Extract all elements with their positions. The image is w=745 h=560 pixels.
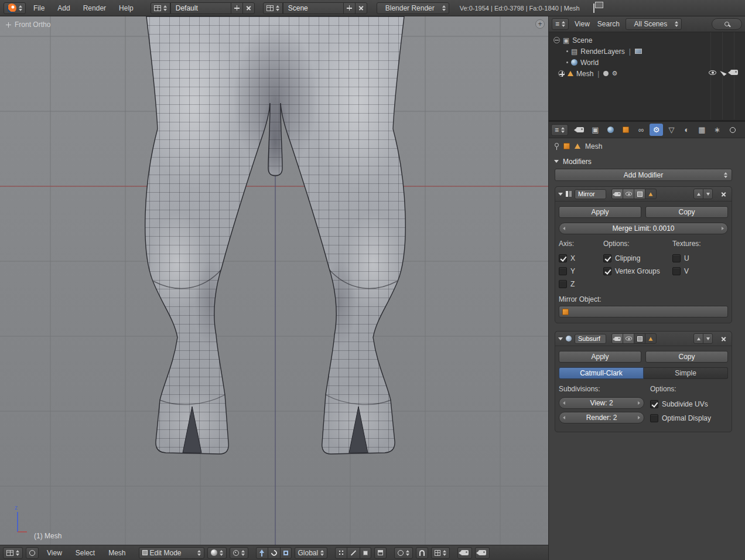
subdivide-uvs-checkbox-row[interactable]: Subdivide UVs xyxy=(650,397,728,411)
delete-modifier-button[interactable] xyxy=(718,189,729,199)
opengl-render-button[interactable] xyxy=(457,547,472,559)
tab-constraints[interactable]: ∞ xyxy=(634,124,648,136)
move-down-button[interactable] xyxy=(703,333,713,344)
subdivide-uvs-checkbox[interactable] xyxy=(650,400,658,408)
modifiers-panel-header[interactable]: Modifiers xyxy=(549,154,745,169)
outliner-item-mesh[interactable]: Mesh | ⚙ xyxy=(549,68,745,79)
menu-file[interactable]: File xyxy=(28,4,50,12)
simple-button[interactable]: Simple xyxy=(644,367,728,379)
tab-particles[interactable]: ∗ xyxy=(710,124,724,136)
render-toggle-button[interactable] xyxy=(611,333,623,344)
apply-button[interactable]: Apply xyxy=(559,206,641,218)
menu-view[interactable]: View xyxy=(42,549,67,557)
scene-delete-button[interactable] xyxy=(355,2,367,14)
menu-mesh[interactable]: Mesh xyxy=(103,549,131,557)
apply-button[interactable]: Apply xyxy=(559,351,641,363)
scene-add-button[interactable] xyxy=(343,2,356,14)
outliner-item-renderlayers[interactable]: ▤ RenderLayers | xyxy=(549,46,745,57)
properties-editor-type-button[interactable]: ≡ xyxy=(551,124,568,136)
pivot-center-dropdown[interactable] xyxy=(230,547,248,559)
new-window-button[interactable] xyxy=(592,4,594,12)
visibility-eye-icon[interactable] xyxy=(709,70,716,75)
render-subdivisions-field[interactable]: Render: 2 xyxy=(559,412,644,424)
clipping-checkbox[interactable] xyxy=(603,254,611,262)
outliner-search-field[interactable] xyxy=(712,18,742,30)
vertex-groups-checkbox[interactable] xyxy=(603,267,611,275)
collapse-toggle-icon[interactable] xyxy=(553,37,560,43)
tab-material[interactable]: ◐ xyxy=(680,124,693,136)
viewport-visibility-toggle-button[interactable] xyxy=(623,333,634,344)
texture-v-checkbox[interactable] xyxy=(672,267,681,275)
render-toggle-button[interactable] xyxy=(611,189,623,199)
pin-icon[interactable] xyxy=(555,143,559,147)
viewport-editor-type-button[interactable] xyxy=(3,547,23,559)
outliner-editor-type-button[interactable]: ≡ xyxy=(552,18,569,30)
limit-selection-visible-button[interactable] xyxy=(374,547,387,559)
outliner-display-dropdown[interactable]: All Scenes xyxy=(626,18,682,30)
viewport-visibility-toggle-button[interactable] xyxy=(623,189,634,199)
translate-manipulator-button[interactable] xyxy=(256,547,268,559)
mode-dropdown[interactable]: Edit Mode xyxy=(139,547,204,559)
cage-toggle-button[interactable] xyxy=(645,333,657,344)
move-up-button[interactable] xyxy=(693,333,703,344)
header-options-button[interactable] xyxy=(26,547,39,559)
tab-world[interactable] xyxy=(604,124,617,136)
collapse-icon[interactable] xyxy=(558,193,563,196)
proportional-edit-dropdown[interactable] xyxy=(394,547,413,559)
axis-y-checkbox[interactable] xyxy=(559,267,567,275)
face-select-button[interactable] xyxy=(360,547,371,559)
info-editor-type-button[interactable] xyxy=(4,2,26,14)
outliner-menu-search[interactable]: Search xyxy=(596,20,621,28)
menu-add[interactable]: Add xyxy=(52,4,75,12)
render-engine-dropdown[interactable]: Blender Render xyxy=(377,2,449,14)
tab-object-data[interactable]: ▽ xyxy=(665,124,678,136)
modifier-name-field[interactable]: Subsurf xyxy=(575,334,606,344)
scale-manipulator-button[interactable] xyxy=(280,547,292,559)
expand-toggle-icon[interactable] xyxy=(558,70,565,77)
catmull-clark-button[interactable]: Catmull-Clark xyxy=(559,367,644,379)
outliner-item-world[interactable]: World xyxy=(549,57,745,68)
tab-render[interactable] xyxy=(573,124,587,136)
screen-layout-add-button[interactable] xyxy=(231,2,243,14)
add-modifier-dropdown[interactable]: Add Modifier xyxy=(555,169,732,181)
menu-render[interactable]: Render xyxy=(78,4,111,12)
move-down-button[interactable] xyxy=(703,189,713,199)
vertex-groups-checkbox-row[interactable]: Vertex Groups xyxy=(603,265,672,278)
outliner-item-scene[interactable]: ▣ Scene xyxy=(549,35,745,46)
scene-name-field[interactable]: Scene xyxy=(283,2,344,14)
axis-x-checkbox[interactable] xyxy=(559,254,567,262)
optimal-display-checkbox-row[interactable]: Optimal Display xyxy=(650,411,728,425)
opengl-render-anim-button[interactable] xyxy=(475,547,490,559)
region-expand-button[interactable]: + xyxy=(535,19,545,29)
axis-z-checkbox-row[interactable]: Z xyxy=(559,278,603,291)
view-subdivisions-field[interactable]: View: 2 xyxy=(559,397,644,409)
modifier-name-field[interactable]: Mirror xyxy=(575,189,606,199)
screen-layout-delete-button[interactable] xyxy=(242,2,255,14)
outliner-menu-view[interactable]: View xyxy=(573,20,592,28)
screen-layout-name-field[interactable]: Default xyxy=(170,2,231,14)
copy-button[interactable]: Copy xyxy=(645,206,728,218)
snap-toggle-button[interactable] xyxy=(416,547,428,559)
tab-modifiers[interactable]: ⚙ xyxy=(650,124,663,136)
scene-browse-button[interactable] xyxy=(263,2,283,14)
tab-scene[interactable]: ▣ xyxy=(589,124,602,136)
snap-element-dropdown[interactable] xyxy=(431,547,450,559)
copy-button[interactable]: Copy xyxy=(645,351,728,363)
optimal-display-checkbox[interactable] xyxy=(650,414,658,422)
cage-toggle-button[interactable] xyxy=(645,189,657,199)
tab-physics[interactable] xyxy=(726,124,739,136)
transform-orientation-dropdown[interactable]: Global xyxy=(295,547,328,559)
renderability-camera-icon[interactable] xyxy=(730,70,738,75)
axis-z-checkbox[interactable] xyxy=(559,280,567,288)
texture-u-checkbox[interactable] xyxy=(672,254,681,262)
viewport-shading-dropdown[interactable] xyxy=(207,547,227,559)
rotate-manipulator-button[interactable] xyxy=(268,547,281,559)
move-up-button[interactable] xyxy=(693,189,703,199)
clipping-checkbox-row[interactable]: Clipping xyxy=(603,252,672,265)
screen-layout-browse-button[interactable] xyxy=(151,2,170,14)
vertex-select-button[interactable] xyxy=(335,547,347,559)
texture-v-checkbox-row[interactable]: V xyxy=(672,265,728,278)
delete-modifier-button[interactable] xyxy=(718,333,729,344)
collapse-icon[interactable] xyxy=(558,337,563,340)
tab-texture[interactable]: ▦ xyxy=(695,124,709,136)
